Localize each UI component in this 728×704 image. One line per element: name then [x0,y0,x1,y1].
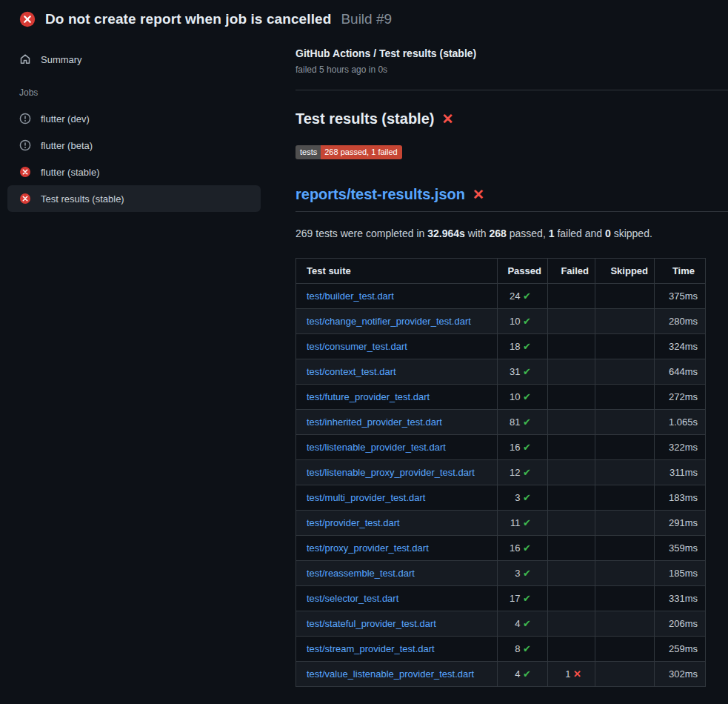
table-row: test/listenable_provider_test.dart16 ✔32… [296,435,706,460]
passed-cell: 18 ✔ [498,334,548,359]
time-cell: 259ms [655,637,706,662]
failed-cell [548,511,595,536]
skipped-cell [595,586,655,611]
count-value: 8 [515,643,523,654]
section-heading: Test results (stable) ✕ [295,110,728,127]
skipped-cell [595,561,655,586]
time-cell: 272ms [655,385,706,410]
table-row: test/future_provider_test.dart10 ✔272ms [296,385,706,410]
count-value: 10 [510,316,523,327]
test-suite-link[interactable]: test/proxy_provider_test.dart [307,542,429,554]
breadcrumb: GitHub Actions / Test results (stable) [295,47,728,59]
results-table: Test suitePassedFailedSkippedTime test/b… [295,258,706,687]
failed-cell [548,435,595,460]
run-failed-icon [19,11,36,27]
test-suite-link[interactable]: test/listenable_proxy_provider_test.dart [307,467,475,478]
count-value: 16 [510,542,523,554]
table-row: test/inherited_provider_test.dart81 ✔1.0… [296,410,706,435]
failed-cell [548,586,595,611]
column-header-time: Time [655,259,706,284]
passed-cell: 3 ✔ [498,561,548,586]
time-cell: 280ms [655,309,706,334]
failed-cell [548,460,595,485]
sidebar-job-test-results-stable[interactable]: Test results (stable) [7,185,261,212]
table-row: test/change_notifier_provider_test.dart1… [296,309,706,334]
count-value: 31 [510,366,523,377]
check-icon: ✔ [523,416,531,428]
table-header-row: Test suitePassedFailedSkippedTime [296,259,706,284]
suite-cell: test/multi_provider_test.dart [296,485,498,511]
passed-cell: 31 ✔ [498,359,548,385]
job-label: Test results (stable) [41,193,124,205]
sidebar-job-flutter-stable[interactable]: flutter (stable) [7,159,261,185]
table-row: test/builder_test.dart24 ✔375ms [296,284,706,309]
count-value: 3 [515,568,523,579]
skipped-cell [595,284,655,309]
main-content: GitHub Actions / Test results (stable) f… [295,37,728,687]
run-status-line: failed 5 hours ago in 0s [295,64,728,75]
check-icon: ✔ [523,492,531,503]
report-file-link[interactable]: reports/test-results.json [295,186,465,203]
passed-cell: 11 ✔ [498,511,548,536]
test-suite-link[interactable]: test/reassemble_test.dart [307,568,415,579]
test-suite-link[interactable]: test/builder_test.dart [307,290,394,302]
test-suite-link[interactable]: test/multi_provider_test.dart [307,492,425,503]
time-cell: 322ms [655,435,706,460]
run-title: Do not create report when job is cancell… [45,11,331,27]
test-suite-link[interactable]: test/provider_test.dart [307,517,400,528]
report-heading: reports/test-results.json ✕ [295,186,728,212]
time-cell: 206ms [655,611,706,637]
check-icon: ✔ [523,568,531,579]
tests-badge: tests 268 passed, 1 failed [295,145,402,159]
jobs-section-label: Jobs [7,73,261,105]
check-icon: ✔ [523,442,531,453]
test-suite-link[interactable]: test/selector_test.dart [307,593,398,604]
check-icon: ✔ [523,643,531,654]
failed-status-icon [19,193,31,205]
check-icon: ✔ [523,316,531,327]
test-suite-link[interactable]: test/value_listenable_provider_test.dart [307,668,474,680]
table-row: test/proxy_provider_test.dart16 ✔359ms [296,536,706,561]
count-value: 4 [515,618,523,629]
check-icon: ✔ [523,542,531,554]
check-icon: ✔ [523,668,531,680]
skipped-cell [595,460,655,485]
test-suite-link[interactable]: test/stream_provider_test.dart [307,643,435,654]
passed-cell: 10 ✔ [498,309,548,334]
time-cell: 359ms [655,536,706,561]
failed-cell [548,284,595,309]
failed-x-icon: ✕ [472,187,484,202]
failed-cell: 1 ✕ [548,662,595,687]
passed-cell: 8 ✔ [498,637,548,662]
sidebar-job-flutter-dev[interactable]: flutter (dev) [7,105,261,132]
count-value: 18 [510,341,523,352]
test-suite-link[interactable]: test/change_notifier_provider_test.dart [307,316,471,327]
test-suite-link[interactable]: test/future_provider_test.dart [307,391,430,402]
page-layout: Summary Jobs flutter (dev)flutter (beta)… [0,37,728,687]
column-header-failed: Failed [548,259,595,284]
skipped-cell [595,410,655,435]
jobs-list: flutter (dev)flutter (beta)flutter (stab… [7,105,261,212]
sidebar-item-summary[interactable]: Summary [7,46,261,73]
passed-cell: 81 ✔ [498,410,548,435]
section-title: Test results (stable) [295,110,434,127]
suite-cell: test/listenable_proxy_provider_test.dart [296,460,498,485]
skipped-cell [595,637,655,662]
table-row: test/multi_provider_test.dart3 ✔183ms [296,485,706,511]
passed-cell: 17 ✔ [498,586,548,611]
test-suite-link[interactable]: test/inherited_provider_test.dart [307,416,442,428]
test-suite-link[interactable]: test/consumer_test.dart [307,341,407,352]
suite-cell: test/provider_test.dart [296,511,498,536]
table-row: test/reassemble_test.dart3 ✔185ms [296,561,706,586]
suite-cell: test/stateful_provider_test.dart [296,611,498,637]
suite-cell: test/selector_test.dart [296,586,498,611]
check-icon: ✔ [523,366,531,377]
test-suite-link[interactable]: test/stateful_provider_test.dart [307,618,436,629]
passed-cell: 4 ✔ [498,662,548,687]
time-cell: 183ms [655,485,706,511]
passed-cell: 12 ✔ [498,460,548,485]
test-suite-link[interactable]: test/listenable_provider_test.dart [307,442,446,453]
sidebar-job-flutter-beta[interactable]: flutter (beta) [7,132,261,159]
neutral-status-icon [19,113,31,124]
test-suite-link[interactable]: test/context_test.dart [307,366,396,377]
